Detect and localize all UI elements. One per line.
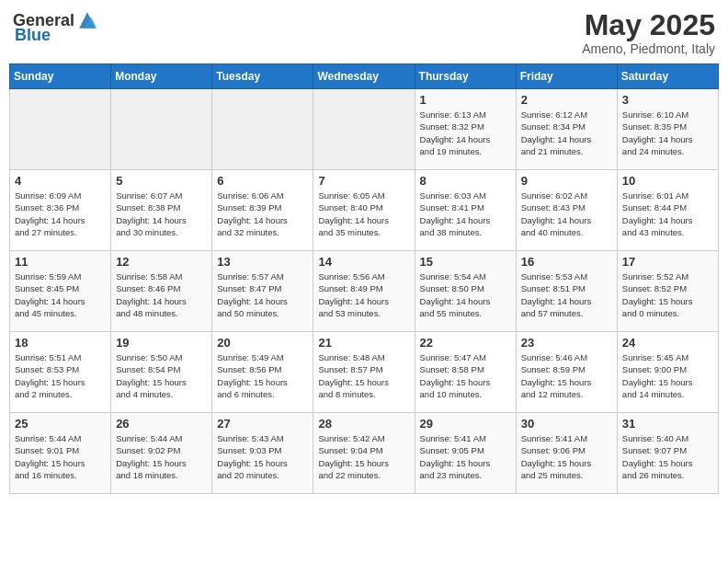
day-info: Sunrise: 6:12 AM Sunset: 8:34 PM Dayligh…: [521, 109, 612, 157]
day-info: Sunrise: 5:41 AM Sunset: 9:05 PM Dayligh…: [420, 432, 511, 481]
day-info: Sunrise: 5:48 AM Sunset: 8:57 PM Dayligh…: [318, 351, 409, 400]
header-friday: Friday: [516, 64, 617, 89]
calendar-cell: 18Sunrise: 5:51 AM Sunset: 8:53 PM Dayli…: [10, 332, 111, 413]
calendar-cell: [111, 89, 212, 170]
calendar-cell: 25Sunrise: 5:44 AM Sunset: 9:01 PM Dayli…: [10, 413, 111, 494]
day-info: Sunrise: 6:09 AM Sunset: 8:36 PM Dayligh…: [15, 190, 106, 238]
header-sunday: Sunday: [10, 64, 111, 89]
header-tuesday: Tuesday: [212, 64, 313, 89]
day-info: Sunrise: 5:41 AM Sunset: 9:06 PM Dayligh…: [521, 432, 612, 481]
calendar-cell: 9Sunrise: 6:02 AM Sunset: 8:43 PM Daylig…: [516, 170, 617, 251]
day-number: 19: [116, 336, 207, 350]
week-row-4: 18Sunrise: 5:51 AM Sunset: 8:53 PM Dayli…: [10, 332, 719, 413]
calendar-cell: [212, 89, 313, 170]
calendar-cell: 24Sunrise: 5:45 AM Sunset: 9:00 PM Dayli…: [617, 332, 718, 413]
day-info: Sunrise: 5:45 AM Sunset: 9:00 PM Dayligh…: [622, 351, 713, 400]
day-number: 14: [318, 255, 409, 269]
calendar-cell: 6Sunrise: 6:06 AM Sunset: 8:39 PM Daylig…: [212, 170, 313, 251]
header-saturday: Saturday: [617, 64, 718, 89]
calendar-cell: 30Sunrise: 5:41 AM Sunset: 9:06 PM Dayli…: [516, 413, 617, 494]
week-row-3: 11Sunrise: 5:59 AM Sunset: 8:45 PM Dayli…: [10, 251, 719, 332]
day-number: 22: [420, 336, 511, 350]
day-info: Sunrise: 5:47 AM Sunset: 8:58 PM Dayligh…: [420, 351, 511, 400]
month-title: May 2025: [582, 9, 715, 41]
day-number: 5: [116, 174, 207, 188]
calendar-cell: 11Sunrise: 5:59 AM Sunset: 8:45 PM Dayli…: [10, 251, 111, 332]
calendar-cell: 15Sunrise: 5:54 AM Sunset: 8:50 PM Dayli…: [415, 251, 516, 332]
day-info: Sunrise: 6:10 AM Sunset: 8:35 PM Dayligh…: [622, 109, 713, 157]
day-info: Sunrise: 5:51 AM Sunset: 8:53 PM Dayligh…: [15, 351, 106, 400]
day-number: 29: [420, 417, 511, 431]
day-info: Sunrise: 5:43 AM Sunset: 9:03 PM Dayligh…: [217, 432, 308, 481]
day-info: Sunrise: 5:56 AM Sunset: 8:49 PM Dayligh…: [318, 270, 409, 319]
calendar-cell: 31Sunrise: 5:40 AM Sunset: 9:07 PM Dayli…: [617, 413, 718, 494]
day-number: 23: [521, 336, 612, 350]
day-info: Sunrise: 5:44 AM Sunset: 9:01 PM Dayligh…: [15, 432, 106, 481]
calendar-cell: 17Sunrise: 5:52 AM Sunset: 8:52 PM Dayli…: [617, 251, 718, 332]
day-number: 15: [420, 255, 511, 269]
day-number: 24: [622, 336, 713, 350]
week-row-1: 1Sunrise: 6:13 AM Sunset: 8:32 PM Daylig…: [10, 89, 719, 170]
day-number: 21: [318, 336, 409, 350]
day-number: 13: [217, 255, 308, 269]
logo-icon: [76, 9, 98, 31]
day-info: Sunrise: 6:07 AM Sunset: 8:38 PM Dayligh…: [116, 190, 207, 238]
calendar-cell: 4Sunrise: 6:09 AM Sunset: 8:36 PM Daylig…: [10, 170, 111, 251]
calendar-cell: 5Sunrise: 6:07 AM Sunset: 8:38 PM Daylig…: [111, 170, 212, 251]
calendar-cell: 8Sunrise: 6:03 AM Sunset: 8:41 PM Daylig…: [415, 170, 516, 251]
day-number: 9: [521, 174, 612, 188]
day-info: Sunrise: 5:53 AM Sunset: 8:51 PM Dayligh…: [521, 270, 612, 319]
calendar-cell: 20Sunrise: 5:49 AM Sunset: 8:56 PM Dayli…: [212, 332, 313, 413]
day-number: 17: [622, 255, 713, 269]
day-info: Sunrise: 5:54 AM Sunset: 8:50 PM Dayligh…: [420, 270, 511, 319]
day-number: 16: [521, 255, 612, 269]
calendar-cell: 27Sunrise: 5:43 AM Sunset: 9:03 PM Dayli…: [212, 413, 313, 494]
calendar-cell: 2Sunrise: 6:12 AM Sunset: 8:34 PM Daylig…: [516, 89, 617, 170]
day-number: 1: [420, 93, 511, 107]
calendar-cell: 23Sunrise: 5:46 AM Sunset: 8:59 PM Dayli…: [516, 332, 617, 413]
day-info: Sunrise: 6:05 AM Sunset: 8:40 PM Dayligh…: [318, 190, 409, 238]
week-row-2: 4Sunrise: 6:09 AM Sunset: 8:36 PM Daylig…: [10, 170, 719, 251]
day-info: Sunrise: 5:59 AM Sunset: 8:45 PM Dayligh…: [15, 270, 106, 319]
calendar-cell: 22Sunrise: 5:47 AM Sunset: 8:58 PM Dayli…: [415, 332, 516, 413]
day-number: 11: [15, 255, 106, 269]
calendar-cell: 16Sunrise: 5:53 AM Sunset: 8:51 PM Dayli…: [516, 251, 617, 332]
calendar-cell: 13Sunrise: 5:57 AM Sunset: 8:47 PM Dayli…: [212, 251, 313, 332]
calendar-cell: 3Sunrise: 6:10 AM Sunset: 8:35 PM Daylig…: [617, 89, 718, 170]
logo-blue: Blue: [15, 26, 51, 45]
day-number: 27: [217, 417, 308, 431]
day-info: Sunrise: 5:58 AM Sunset: 8:46 PM Dayligh…: [116, 270, 207, 319]
day-number: 25: [15, 417, 106, 431]
day-number: 8: [420, 174, 511, 188]
calendar-table: SundayMondayTuesdayWednesdayThursdayFrid…: [9, 63, 719, 494]
day-info: Sunrise: 5:50 AM Sunset: 8:54 PM Dayligh…: [116, 351, 207, 400]
day-info: Sunrise: 6:03 AM Sunset: 8:41 PM Dayligh…: [420, 190, 511, 238]
location-subtitle: Ameno, Piedmont, Italy: [582, 41, 715, 56]
day-number: 12: [116, 255, 207, 269]
day-info: Sunrise: 5:49 AM Sunset: 8:56 PM Dayligh…: [217, 351, 308, 400]
calendar-cell: 1Sunrise: 6:13 AM Sunset: 8:32 PM Daylig…: [415, 89, 516, 170]
calendar-cell: 19Sunrise: 5:50 AM Sunset: 8:54 PM Dayli…: [111, 332, 212, 413]
calendar-cell: 14Sunrise: 5:56 AM Sunset: 8:49 PM Dayli…: [313, 251, 415, 332]
day-info: Sunrise: 6:02 AM Sunset: 8:43 PM Dayligh…: [521, 190, 612, 238]
day-info: Sunrise: 5:44 AM Sunset: 9:02 PM Dayligh…: [116, 432, 207, 481]
calendar-cell: 29Sunrise: 5:41 AM Sunset: 9:05 PM Dayli…: [415, 413, 516, 494]
day-number: 4: [15, 174, 106, 188]
day-number: 18: [15, 336, 106, 350]
day-number: 30: [521, 417, 612, 431]
header-monday: Monday: [111, 64, 212, 89]
day-number: 31: [622, 417, 713, 431]
day-number: 2: [521, 93, 612, 107]
calendar-cell: 28Sunrise: 5:42 AM Sunset: 9:04 PM Dayli…: [313, 413, 415, 494]
page-header: General Blue May 2025 Ameno, Piedmont, I…: [9, 9, 719, 56]
logo: General Blue: [13, 9, 98, 45]
day-info: Sunrise: 6:13 AM Sunset: 8:32 PM Dayligh…: [420, 109, 511, 157]
day-info: Sunrise: 5:52 AM Sunset: 8:52 PM Dayligh…: [622, 270, 713, 319]
day-number: 6: [217, 174, 308, 188]
day-info: Sunrise: 5:57 AM Sunset: 8:47 PM Dayligh…: [217, 270, 308, 319]
calendar-cell: 26Sunrise: 5:44 AM Sunset: 9:02 PM Dayli…: [111, 413, 212, 494]
day-number: 20: [217, 336, 308, 350]
day-info: Sunrise: 5:40 AM Sunset: 9:07 PM Dayligh…: [622, 432, 713, 481]
day-info: Sunrise: 5:42 AM Sunset: 9:04 PM Dayligh…: [318, 432, 409, 481]
header-thursday: Thursday: [415, 64, 516, 89]
